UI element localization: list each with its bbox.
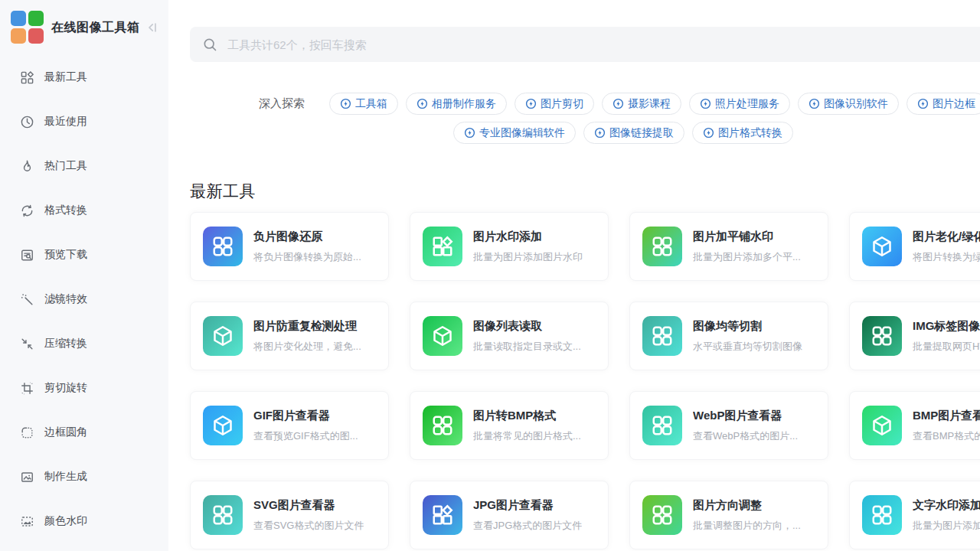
tool-card[interactable]: 图片水印添加 批量为图片添加图片水印 [410,212,609,281]
tool-card[interactable]: 图片防重复检测处理 将图片变化处理，避免... [190,302,389,370]
sidebar-item[interactable]: 热门工具 [0,144,168,188]
explore-chip[interactable]: 图片格式转换 [692,122,793,144]
explore-chip[interactable]: 相册制作服务 [406,93,507,115]
explore-chip[interactable]: 图片剪切 [514,93,594,115]
tool-desc: 批量将常见的图片格式... [473,429,581,443]
cards-cube-icon [862,227,902,266]
explore-chip[interactable]: 图片边框 [906,93,980,115]
sidebar-item[interactable]: 制作生成 [0,455,168,499]
tool-card[interactable]: 图片方向调整 批量调整图片的方向，... [629,481,828,549]
sidebar-item-label: 最新工具 [44,70,87,84]
tool-card[interactable]: 图片转BMP格式 批量将常见的图片格式... [410,391,609,460]
tool-desc: 查看JPG格式的图片文件 [473,519,582,533]
tool-card[interactable]: IMG标签图像链接提取 批量提取网页HTML [849,302,980,370]
tool-card[interactable]: GIF图片查看器 查看预览GIF格式的图... [190,391,389,460]
tool-desc: 批量读取指定目录或文... [473,340,581,354]
sidebar-item-label: 压缩转换 [44,337,87,350]
bolt-circle-icon [340,98,351,109]
sidebar-item-label: 预览下载 [44,248,87,262]
explore-chip[interactable]: 专业图像编辑软件 [453,122,576,144]
sidebar-nav: 最新工具 最近使用 热门工具 格式转换 预览下载 [0,44,168,543]
tool-card[interactable]: 图像均等切割 水平或垂直均等切割图像 [629,302,828,370]
tool-title: 图片转BMP格式 [473,409,581,423]
tool-card[interactable]: WebP图片查看器 查看WebP格式的图片... [629,391,828,460]
explore-chip[interactable]: 图像识别软件 [798,93,899,115]
explore-chip[interactable]: 工具箱 [329,93,398,115]
sidebar-item[interactable]: 最新工具 [0,55,168,99]
tool-card[interactable]: BMP图片查看器 查看BMP格式的图片文件 [849,391,980,460]
sidebar-item[interactable]: 预览下载 [0,233,168,277]
sidebar-item-label: 滤镜特效 [44,292,87,306]
sidebar-item[interactable]: 颜色水印 [0,499,168,543]
chip-label: 专业图像编辑软件 [479,126,565,140]
tool-desc: 批量提取网页HTML [913,340,980,354]
tool-desc: 将图片转换为绿 [913,250,980,264]
cards-cube-icon [203,406,243,445]
image-watermark-icon [20,514,34,529]
bolt-circle-icon [416,98,428,109]
cards-cube-icon [203,316,243,356]
bolt-circle-icon [917,98,929,109]
bolt-circle-icon [703,127,714,139]
explore-chips-row2: 专业图像编辑软件 图像链接提取 图片格式转换 [453,122,793,144]
tool-title: 图像列表读取 [473,319,581,334]
tool-card[interactable]: 文字水印添加 批量为图片添加 [849,481,980,549]
sidebar-item-label: 最近使用 [44,115,87,129]
dashed-rect-icon [20,425,34,440]
tool-desc: 查看WebP格式的图片... [693,429,798,443]
tool-desc: 批量为图片添加 [913,519,980,533]
cards-cube-icon [423,316,462,356]
cards-grid-icon [642,316,682,356]
tool-desc: 查看SVG格式的图片文件 [253,519,364,533]
sidebar-item[interactable]: 剪切旋转 [0,366,168,410]
explore-chip[interactable]: 照片处理服务 [689,93,790,115]
sidebar-item[interactable]: 压缩转换 [0,321,168,366]
tool-desc: 批量调整图片的方向，... [693,519,801,533]
sidebar-item[interactable]: 滤镜特效 [0,277,168,321]
tool-title: JPG图片查看器 [473,498,582,513]
sidebar-item-label: 热门工具 [44,159,87,173]
tool-card[interactable]: 图像列表读取 批量读取指定目录或文... [410,302,609,370]
tool-title: 图片加平铺水印 [693,230,801,244]
tool-desc: 批量为图片添加图片水印 [473,250,583,264]
sidebar-item[interactable]: 最近使用 [0,99,168,144]
tool-card[interactable]: 负片图像还原 将负片图像转换为原始... [190,212,389,281]
cards-grid-diamond-icon [423,495,462,535]
sidebar-item-label: 颜色水印 [44,514,87,528]
sidebar-item[interactable]: 边框圆角 [0,410,168,455]
explore-chips-row1: 工具箱 相册制作服务 图片剪切 摄影课程 [329,93,980,115]
chip-label: 相册制作服务 [432,97,496,111]
compress-icon [20,337,34,351]
explore-chip[interactable]: 摄影课程 [602,93,681,115]
tool-title: SVG图片查看器 [253,498,364,513]
search-icon [202,37,217,52]
wand-icon [20,292,34,307]
sidebar-item[interactable]: 格式转换 [0,188,168,233]
bolt-circle-icon [525,98,537,109]
collapse-sidebar-icon[interactable] [144,20,159,35]
chip-label: 工具箱 [355,97,387,111]
sidebar-item-label: 制作生成 [44,470,87,484]
grid-diamond-icon [20,70,34,85]
tool-title: 图片方向调整 [693,498,801,513]
section-title: 最新工具 [190,181,980,202]
search-input[interactable] [227,38,980,51]
tool-desc: 水平或垂直均等切割图像 [693,340,802,354]
tool-card[interactable]: JPG图片查看器 查看JPG格式的图片文件 [410,481,609,549]
cards-grid-icon [642,406,682,445]
tool-desc: 查看预览GIF格式的图... [253,429,358,443]
tool-desc: 将负片图像转换为原始... [253,250,361,264]
cards-grid-icon [862,495,902,535]
sidebar-item-label: 剪切旋转 [44,381,87,395]
tool-desc: 批量为图片添加多个平... [693,250,801,264]
tool-title: 图像均等切割 [693,319,802,334]
tool-card[interactable]: SVG图片查看器 查看SVG格式的图片文件 [190,481,389,549]
explore-chip[interactable]: 图像链接提取 [583,122,684,144]
bolt-circle-icon [808,98,820,109]
cards-grid-diamond-icon [423,227,462,266]
explore-label: 深入探索 [259,96,305,111]
tool-card[interactable]: 图片加平铺水印 批量为图片添加多个平... [629,212,828,281]
bolt-circle-icon [464,127,475,139]
tool-card[interactable]: 图片老化/绿化 将图片转换为绿 [849,212,980,281]
cards-grid-icon [203,495,243,535]
